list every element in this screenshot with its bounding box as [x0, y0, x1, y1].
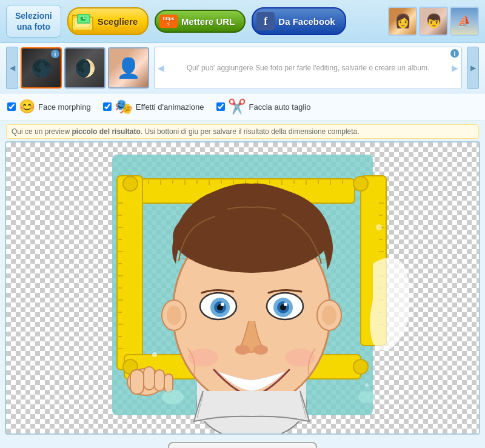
thumbnail-toolbar: ◀ 🌑 i 🌒 👤 ◀ Qui' puo' aggiungere Sue fot… — [0, 43, 485, 93]
face-morphing-option: 😊 Face morphing — [7, 99, 91, 115]
preview-info-text: Qui ce un preview piccolo del risultato.… — [12, 127, 360, 136]
facebook-icon: f — [256, 12, 275, 30]
nav-left-arrow[interactable]: ◀ — [6, 47, 18, 89]
thumb-1[interactable]: 🌑 i — [21, 47, 62, 89]
face-morphing-label: Face morphing — [38, 102, 91, 112]
animation-checkbox[interactable] — [103, 102, 112, 111]
auto-cut-checkbox[interactable] — [216, 102, 225, 111]
facebook-button[interactable]: f Da Facebook — [252, 7, 346, 35]
svg-point-78 — [188, 349, 218, 367]
face-morphing-checkbox[interactable] — [7, 102, 16, 111]
svg-point-87 — [365, 383, 369, 387]
select-photo-label: Selezioni una foto — [6, 5, 61, 38]
header-bar: Selezioni una foto Scegliere https :// M… — [0, 0, 485, 43]
svg-point-88 — [162, 390, 184, 404]
thumbnail-strip: 🌑 i 🌒 👤 — [21, 47, 149, 89]
svg-point-57 — [353, 359, 368, 374]
header-thumbnails: 👩 👦 ⛵ — [388, 7, 479, 36]
preview-area — [5, 141, 480, 435]
auto-cut-option: ✂️ Faccia auto taglio — [216, 98, 311, 115]
upload-arrow-left: ◀ — [158, 63, 164, 73]
svg-point-85 — [152, 352, 157, 357]
svg-rect-83 — [155, 370, 164, 391]
animation-label: Effetti d'animazione — [136, 102, 204, 112]
svg-point-75 — [284, 303, 287, 306]
thumb-sailboat[interactable]: ⛵ — [450, 7, 479, 36]
svg-point-76 — [235, 345, 250, 355]
thumb-woman[interactable]: 👩 — [388, 7, 417, 36]
cartoon-image — [76, 142, 409, 433]
svg-point-89 — [358, 391, 375, 403]
thumb-man[interactable]: 👦 — [419, 7, 448, 36]
options-row: 😊 Face morphing 🎭 Effetti d'animazione ✂… — [0, 93, 485, 121]
upload-area[interactable]: ◀ Qui' puo' aggiungere Sue foto per farl… — [154, 47, 462, 89]
svg-point-65 — [322, 306, 336, 325]
animation-option: 🎭 Effetti d'animazione — [103, 98, 204, 115]
choose-button[interactable]: Scegliere — [67, 7, 149, 35]
svg-point-64 — [167, 306, 181, 325]
animation-icon: 🎭 — [115, 98, 133, 115]
svg-rect-84 — [164, 374, 173, 392]
auto-cut-label: Faccia auto taglio — [249, 102, 311, 112]
svg-point-55 — [353, 176, 368, 191]
upload-placeholder: Qui' puo' aggiungere Sue foto per farle … — [164, 64, 452, 72]
svg-point-54 — [123, 176, 138, 191]
svg-point-86 — [376, 224, 382, 230]
svg-rect-27 — [117, 176, 142, 370]
upload-info-icon: i — [450, 49, 459, 58]
save-button[interactable]: ↓ f g+ P Salvare e condividere — [168, 442, 318, 448]
thumb-2[interactable]: 🌒 — [64, 47, 105, 89]
upload-arrow-right: ▶ — [452, 63, 458, 73]
svg-point-77 — [253, 345, 268, 355]
svg-rect-81 — [130, 370, 144, 394]
bottom-bar: ↓ f g+ P Salvare e condividere — [0, 435, 485, 448]
auto-cut-icon: ✂️ — [228, 98, 246, 115]
svg-point-70 — [221, 303, 224, 306]
svg-rect-82 — [144, 367, 155, 390]
svg-point-79 — [285, 349, 315, 367]
url-button[interactable]: https :// Mettere URL — [155, 10, 246, 33]
folder-icon — [72, 12, 94, 30]
preview-info-bar: Qui ce un preview piccolo del risultato.… — [6, 124, 479, 139]
face-morphing-icon: 😊 — [19, 99, 35, 115]
thumb-3[interactable]: 👤 — [108, 47, 149, 89]
nav-right-arrow[interactable]: ▶ — [467, 47, 479, 89]
cartoon-svg — [76, 142, 409, 433]
url-icon: https :// — [159, 15, 178, 28]
